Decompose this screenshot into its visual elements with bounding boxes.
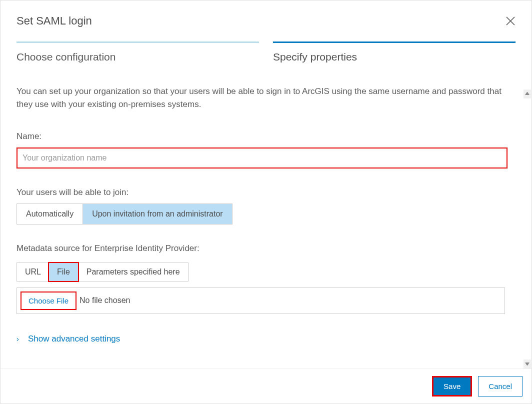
- description-text: You can set up your organization so that…: [16, 85, 516, 112]
- step-label: Choose configuration: [16, 51, 259, 63]
- step-specify-properties[interactable]: Specify properties: [273, 42, 516, 63]
- name-label: Name:: [16, 132, 516, 142]
- metadata-source-toggle: URL File Parameters specified here: [16, 262, 188, 282]
- file-picker-row: Choose File No file chosen: [16, 288, 505, 314]
- organization-name-input[interactable]: [16, 148, 508, 168]
- advanced-settings-label: Show advanced settings: [28, 334, 120, 344]
- step-bar: [16, 42, 259, 43]
- dialog-title: Set SAML login: [16, 14, 92, 28]
- metadata-option-url[interactable]: URL: [17, 263, 49, 281]
- metadata-option-parameters[interactable]: Parameters specified here: [78, 263, 188, 281]
- step-bar: [273, 42, 516, 43]
- join-mode-toggle: Automatically Upon invitation from an ad…: [16, 204, 232, 224]
- scroll-up-icon[interactable]: [524, 90, 531, 98]
- metadata-option-file[interactable]: File: [48, 262, 79, 282]
- saml-login-dialog: Set SAML login Choose configuration Spec…: [0, 0, 532, 404]
- step-label: Specify properties: [273, 51, 516, 63]
- dialog-header: Set SAML login: [16, 14, 516, 28]
- metadata-label: Metadata source for Enterprise Identity …: [16, 244, 516, 254]
- join-option-automatically[interactable]: Automatically: [17, 204, 82, 224]
- save-button[interactable]: Save: [432, 376, 472, 396]
- dialog-footer: Save Cancel: [0, 368, 532, 404]
- chevron-right-icon: ›: [16, 334, 19, 343]
- join-label: Your users will be able to join:: [16, 188, 516, 198]
- step-indicator: Choose configuration Specify properties: [16, 42, 516, 63]
- show-advanced-settings-toggle[interactable]: › Show advanced settings: [16, 334, 516, 344]
- dialog-content: You can set up your organization so that…: [16, 85, 516, 344]
- join-option-upon-invitation[interactable]: Upon invitation from an administrator: [82, 204, 232, 224]
- cancel-button[interactable]: Cancel: [478, 376, 522, 396]
- scroll-down-icon[interactable]: [524, 360, 531, 368]
- close-icon[interactable]: [506, 16, 516, 26]
- step-choose-configuration[interactable]: Choose configuration: [16, 42, 259, 63]
- no-file-text: No file chosen: [80, 296, 130, 305]
- choose-file-button[interactable]: Choose File: [20, 292, 76, 310]
